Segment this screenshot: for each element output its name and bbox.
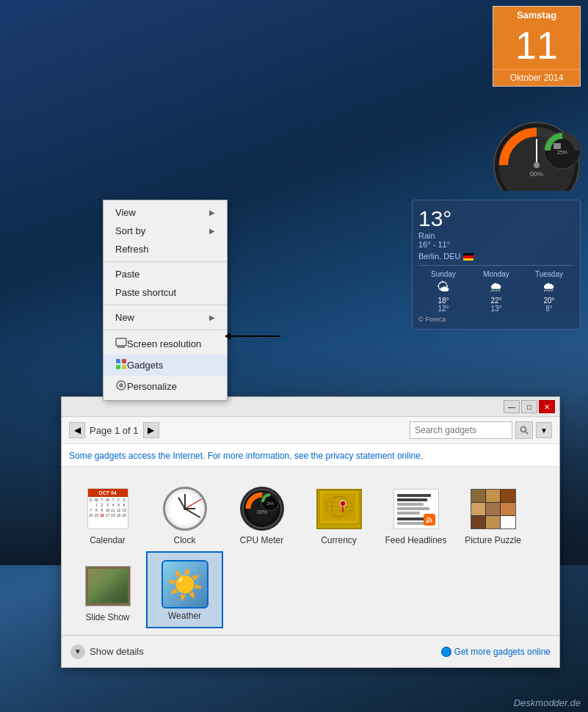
menu-item-view[interactable]: View ▶ xyxy=(104,203,227,222)
weather-forecast: Sunday 🌤 18°12° Monday 🌧 22°13° Tuesday … xyxy=(418,265,574,313)
menu-divider-1 xyxy=(104,261,227,262)
menu-item-screen-resolution[interactable]: Screen resolution xyxy=(104,333,227,355)
svg-text:00%: 00% xyxy=(530,170,543,178)
get-more-label: Get more gadgets online xyxy=(454,647,551,657)
svg-rect-7 xyxy=(553,143,561,149)
submenu-arrow: ▶ xyxy=(209,313,215,322)
svg-point-32 xyxy=(340,501,346,506)
gadget-feed-headlines[interactable]: Feed Headlines xyxy=(377,474,454,551)
info-text: Some gadgets access the Internet. For mo… xyxy=(69,451,423,461)
svg-rect-14 xyxy=(116,365,120,369)
svg-text:25%: 25% xyxy=(557,150,567,155)
minimize-button[interactable]: — xyxy=(504,400,520,413)
info-bar: Some gadgets access the Internet. For mo… xyxy=(62,444,559,467)
svg-line-19 xyxy=(526,432,528,434)
arrow-pointer xyxy=(229,335,280,337)
personalize-icon xyxy=(115,379,127,393)
weather-range: 16° - 11° xyxy=(418,240,451,249)
gadget-slide-show-label: Slide Show xyxy=(85,612,129,622)
get-more-gadgets-link[interactable]: 🌐 Get more gadgets online xyxy=(441,647,551,657)
svg-rect-12 xyxy=(116,359,120,363)
weather-day-tuesday: Tuesday 🌧 20°8° xyxy=(524,270,574,313)
gadget-slide-show[interactable]: Slide Show xyxy=(69,551,146,628)
gadget-calendar[interactable]: OCT 04 SMTWTFS 123456 78910111213 141516… xyxy=(69,474,146,551)
gadgets-grid: OCT 04 SMTWTFS 123456 78910111213 141516… xyxy=(62,467,559,636)
svg-text:25%: 25% xyxy=(266,501,274,506)
svg-rect-15 xyxy=(122,365,126,369)
close-button[interactable]: ✕ xyxy=(539,400,555,413)
gadget-weather-label: Weather xyxy=(168,611,201,621)
menu-item-paste[interactable]: Paste xyxy=(104,265,227,283)
context-menu: View ▶ Sort by ▶ Refresh Paste Paste sho… xyxy=(103,200,228,401)
gadget-cpu-meter[interactable]: 00% 25% CPU Meter xyxy=(223,474,300,551)
search-gadgets-input[interactable] xyxy=(410,421,512,439)
maximize-button[interactable]: □ xyxy=(521,400,537,413)
gadget-calendar-label: Calendar xyxy=(90,535,126,545)
panel-nav-bar: ◀ Page 1 of 1 ▶ ▼ xyxy=(62,417,559,444)
submenu-arrow: ▶ xyxy=(209,208,215,217)
gadget-weather[interactable]: ☀️ Weather xyxy=(146,551,223,628)
svg-point-34 xyxy=(426,520,428,523)
screen-resolution-icon xyxy=(115,337,127,351)
menu-item-personalize[interactable]: Personalize xyxy=(104,376,227,397)
gadgets-icon xyxy=(115,358,127,372)
gadget-currency[interactable]: Currency xyxy=(300,474,377,551)
watermark: Deskmodder.de xyxy=(514,697,581,708)
gadget-clock[interactable]: Clock xyxy=(146,474,223,551)
menu-item-sort-by[interactable]: Sort by ▶ xyxy=(104,222,227,240)
calendar-widget: Samstag 11 Oktober 2014 xyxy=(493,6,581,87)
gadgets-panel: — □ ✕ ◀ Page 1 of 1 ▶ ▼ Some gadgets acc… xyxy=(61,396,560,668)
menu-divider-3 xyxy=(104,330,227,330)
submenu-arrow: ▶ xyxy=(209,227,215,235)
weather-day-sunday: Sunday 🌤 18°12° xyxy=(418,270,468,313)
prev-page-button[interactable]: ◀ xyxy=(69,422,85,438)
page-info: Page 1 of 1 xyxy=(90,425,139,436)
svg-point-18 xyxy=(521,427,526,432)
menu-divider-2 xyxy=(104,305,227,305)
calendar-month-year: Oktober 2014 xyxy=(493,69,580,86)
calendar-day-number: 11 xyxy=(493,23,580,69)
svg-point-3 xyxy=(534,162,540,168)
search-button[interactable] xyxy=(515,421,533,439)
panel-bottom-bar: ▼ Show details 🌐 Get more gadgets online xyxy=(62,635,559,667)
gadget-picture-puzzle-label: Picture Puzzle xyxy=(465,535,521,545)
globe-icon: 🌐 xyxy=(441,647,451,657)
svg-rect-13 xyxy=(122,359,126,363)
next-page-button[interactable]: ▶ xyxy=(143,422,159,438)
svg-text:00%: 00% xyxy=(256,509,266,515)
show-details-label: Show details xyxy=(90,646,144,657)
gauge-widget: 00% 25% xyxy=(489,117,584,191)
weather-city: Berlin, DEU xyxy=(418,252,574,261)
weather-temperature: 13° xyxy=(418,206,451,231)
gadget-picture-puzzle[interactable]: Picture Puzzle xyxy=(454,474,531,551)
gadget-currency-label: Currency xyxy=(321,535,357,545)
show-details-chevron: ▼ xyxy=(70,644,85,659)
gadget-cpu-meter-label: CPU Meter xyxy=(240,535,283,545)
calendar-day-name: Samstag xyxy=(493,7,580,23)
weather-condition: Rain xyxy=(418,231,451,240)
search-dropdown-button[interactable]: ▼ xyxy=(536,422,552,438)
menu-item-paste-shortcut[interactable]: Paste shortcut xyxy=(104,283,227,302)
weather-provider: © Foreca xyxy=(418,316,574,323)
svg-rect-8 xyxy=(116,338,126,346)
gadget-clock-label: Clock xyxy=(173,535,195,545)
svg-point-17 xyxy=(119,383,123,388)
menu-item-gadgets[interactable]: Gadgets xyxy=(104,355,227,376)
weather-widget: 13° Rain 16° - 11° Berlin, DEU Sunday 🌤 … xyxy=(412,200,581,330)
menu-item-new[interactable]: New ▶ xyxy=(104,308,227,327)
menu-item-refresh[interactable]: Refresh xyxy=(104,240,227,258)
weather-day-monday: Monday 🌧 22°13° xyxy=(471,270,521,313)
show-details-button[interactable]: ▼ Show details xyxy=(70,644,144,659)
gadget-feed-headlines-label: Feed Headlines xyxy=(385,535,446,545)
